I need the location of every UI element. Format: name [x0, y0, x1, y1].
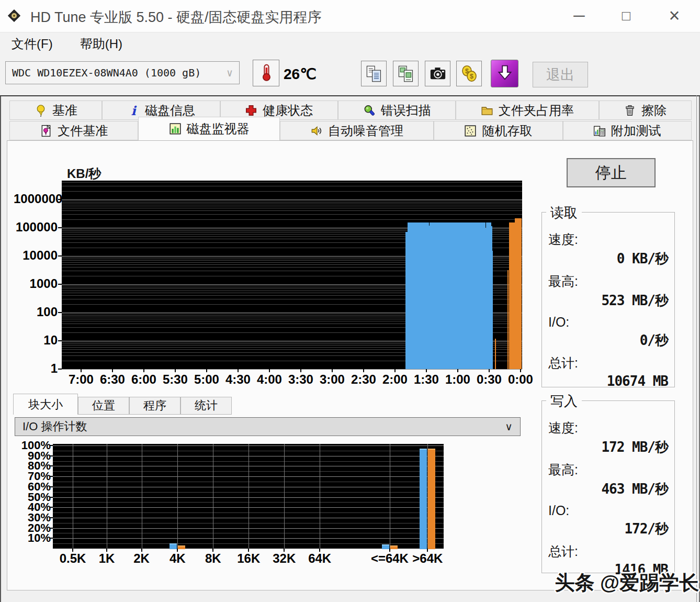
stat-label: 最高:	[548, 461, 668, 478]
speaker-icon	[310, 125, 323, 137]
gridline	[62, 200, 522, 201]
tab-label: 磁盘信息	[145, 102, 195, 119]
tab-label: 随机存取	[482, 122, 532, 139]
sub-tab-0[interactable]: 块大小	[13, 394, 78, 415]
file-bulb-icon	[40, 125, 52, 137]
y-axis-tick-label: 10000	[14, 248, 58, 263]
tab-folder-usage[interactable]: 文件夹占用率	[456, 101, 599, 120]
x-axis-tick	[141, 549, 142, 552]
tab-file-benchmark[interactable]: 文件基准	[9, 121, 138, 140]
gridline	[62, 191, 522, 192]
gridline	[142, 444, 142, 549]
x-axis-tick-label: >64K	[404, 551, 451, 566]
drive-select[interactable]: WDC WD10EZEX-08WN4A0 (1000 gB) ∨	[5, 61, 240, 84]
gridline	[62, 182, 522, 183]
stat-label: 速度:	[548, 419, 668, 437]
stat-value: 0 KB/秒	[548, 250, 668, 268]
svg-text:i: i	[131, 104, 137, 117]
x-axis-tick	[269, 369, 270, 372]
stop-button[interactable]: 停止	[567, 158, 656, 187]
trash-icon	[624, 104, 636, 117]
chevron-down-icon: ∨	[227, 66, 233, 79]
bar-写入-4K	[178, 545, 185, 549]
tab-benchmark[interactable]: 基准	[9, 101, 102, 120]
y-axis-tick	[58, 227, 62, 228]
minimize-button[interactable]: ─	[561, 0, 597, 31]
tab-random-access[interactable]: 随机存取	[434, 121, 562, 140]
tab-aam[interactable]: 自动噪音管理	[280, 121, 434, 140]
screenshot-button[interactable]	[425, 61, 450, 86]
camera-icon	[429, 65, 447, 83]
title-bar: HD Tune 专业版 5.50 - 硬盘/固态硬盘实用程序 ─ □ ×	[0, 0, 700, 32]
tab-error-scan[interactable]: 错误扫描	[338, 101, 456, 120]
gridline	[213, 444, 213, 549]
x-axis-tick	[319, 549, 320, 552]
x-axis-tick	[363, 369, 364, 372]
gridline	[73, 444, 73, 549]
magnifier-icon	[363, 104, 376, 117]
y-axis-tick-label: 1000	[14, 276, 58, 291]
y-axis-tick	[50, 507, 53, 508]
window-title: HD Tune 专业版 5.50 - 硬盘/固态硬盘实用程序	[30, 8, 322, 27]
tab-label: 擦除	[641, 102, 667, 119]
chevron-down-icon: ∨	[505, 420, 513, 433]
copy-image-button[interactable]	[393, 61, 419, 86]
x-axis-tick	[426, 369, 427, 372]
sub-tab-1[interactable]: 位置	[78, 397, 129, 415]
copy-text-button[interactable]	[361, 61, 387, 86]
y-axis-tick-label: 1000000	[14, 192, 58, 206]
tab-extra-tests[interactable]: 附加测试	[563, 121, 692, 140]
read-stats-group: 读取 速度:0 KB/秒最高:523 MB/秒I/O:0/秒总计:10674 M…	[541, 212, 675, 387]
histogram-tab-strip: 块大小位置程序统计	[13, 394, 232, 415]
tab-row-2: 文件基准磁盘监视器自动噪音管理随机存取附加测试	[9, 120, 692, 140]
coins-icon: $$	[460, 65, 478, 83]
tab-erase[interactable]: 擦除	[599, 101, 692, 120]
menu-file[interactable]: 文件(F)	[2, 34, 62, 54]
gridline	[249, 444, 249, 549]
close-button[interactable]: ×	[656, 0, 693, 31]
x-axis-tick	[177, 549, 178, 552]
histogram-type-value: I/O 操作计数	[22, 419, 87, 434]
x-axis-tick	[427, 549, 428, 552]
x-axis-tick	[206, 369, 207, 372]
x-axis-tick	[248, 549, 249, 552]
y-axis-tick-label: 10%	[13, 531, 51, 545]
tab-label: 健康状态	[263, 102, 313, 119]
gridline	[107, 444, 107, 549]
x-axis-tick	[394, 369, 396, 372]
bar-读取-4K	[170, 543, 177, 549]
y-axis-tick	[58, 340, 62, 341]
temperature-button[interactable]	[253, 60, 279, 86]
thermometer-icon	[257, 63, 276, 84]
sub-tab-3[interactable]: 统计	[180, 397, 232, 415]
stat-label: I/O:	[548, 503, 668, 518]
y-axis-tick	[50, 528, 53, 529]
app-logo-icon	[6, 8, 22, 24]
menu-help[interactable]: 帮助(H)	[71, 34, 132, 54]
x-axis-tick	[212, 549, 213, 552]
histogram-type-select[interactable]: I/O 操作计数 ∨	[15, 417, 521, 436]
tab-disk-monitor[interactable]: 磁盘监视器	[138, 117, 279, 140]
block-size-histogram	[53, 444, 444, 549]
copy-text-icon	[365, 65, 383, 83]
health-cross-icon	[245, 104, 257, 117]
stat-value: 523 MB/秒	[548, 292, 668, 310]
tab-label: 附加测试	[611, 122, 661, 139]
sub-tab-2[interactable]: 程序	[129, 397, 180, 415]
extra-tests-icon	[593, 125, 606, 137]
update-button[interactable]	[491, 60, 518, 87]
stat-label: 总计:	[548, 354, 668, 372]
x-axis-tick	[520, 369, 521, 372]
exit-button[interactable]: 退出	[533, 62, 588, 87]
gridline	[62, 214, 522, 215]
gridline	[62, 202, 522, 203]
tab-label: 自动噪音管理	[328, 122, 403, 139]
tab-label: 基准	[52, 102, 77, 119]
gridline	[320, 444, 320, 549]
read-group-title: 读取	[546, 204, 582, 222]
x-axis-tick	[238, 369, 239, 372]
y-axis-tick	[50, 486, 53, 487]
maximize-button[interactable]: □	[608, 0, 645, 31]
write-stats-group: 写入 速度:172 MB/秒最高:463 MB/秒I/O:172/秒总计:141…	[541, 400, 675, 573]
donate-button[interactable]: $$	[456, 61, 482, 86]
